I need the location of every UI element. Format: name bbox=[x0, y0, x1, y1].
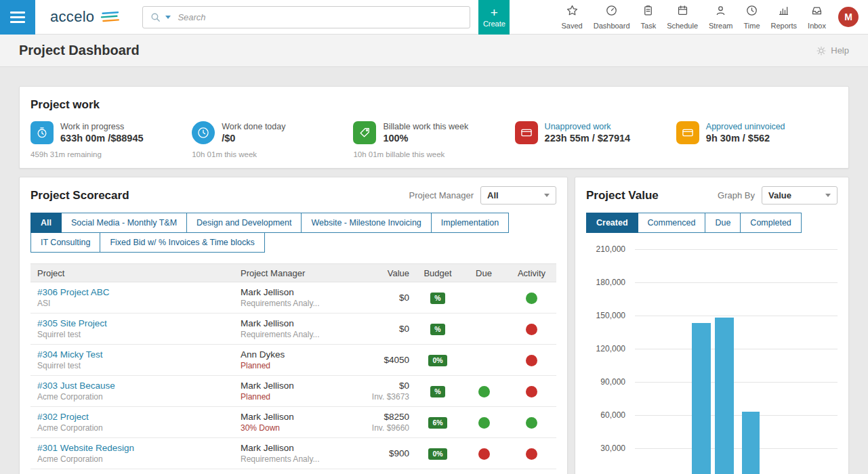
nav-item-label: Schedule bbox=[667, 22, 698, 30]
kpi-main: Unapproved work223h 55m / $27914 bbox=[515, 121, 676, 144]
nav-item-stream[interactable]: Stream bbox=[703, 0, 738, 35]
project-link[interactable]: #302 Project bbox=[37, 412, 234, 422]
value-tab-due[interactable]: Due bbox=[705, 213, 741, 233]
scorecard-title: Project Scorecard bbox=[30, 188, 129, 204]
budget-badge: % bbox=[430, 324, 445, 335]
scorecard-tab-fixed-bid-w-invoices-time-blocks[interactable]: Fixed Bid w/ % Invoices & Time blocks bbox=[100, 232, 264, 253]
project-link[interactable]: #304 Micky Test bbox=[37, 349, 234, 360]
column-header-project-manager[interactable]: Project Manager bbox=[234, 268, 352, 278]
manager-name: Mark Jellison bbox=[241, 287, 352, 297]
hamburger-menu-button[interactable] bbox=[0, 0, 35, 35]
kpi-text: Work in progress633h 00m /$88945 bbox=[60, 122, 144, 144]
table-row: #303 Just BecauseAcme CorporationMark Je… bbox=[30, 376, 556, 407]
chart-bar-2[interactable] bbox=[715, 318, 734, 474]
search-dropdown-chevron[interactable] bbox=[165, 16, 171, 19]
gridline bbox=[635, 382, 838, 383]
due-status-dot bbox=[478, 386, 490, 397]
nav-item-schedule[interactable]: Schedule bbox=[661, 0, 703, 35]
scorecard-tab-website-milestone-invoicing[interactable]: Website - Milestone Invoicing bbox=[301, 213, 431, 233]
search-input[interactable] bbox=[178, 12, 463, 22]
kpi-main: Work in progress633h 00m /$88945 bbox=[30, 121, 192, 144]
value-cell: $0Inv. $3673 bbox=[352, 381, 413, 402]
graph-by-select[interactable]: Value bbox=[762, 186, 838, 204]
value-tab-commenced[interactable]: Commenced bbox=[638, 213, 706, 233]
chart-bar-3[interactable] bbox=[742, 412, 760, 474]
project-link[interactable]: #306 Project ABC bbox=[37, 287, 234, 297]
scorecard-tab-design-and-development[interactable]: Design and Development bbox=[186, 213, 302, 233]
project-status: Planned bbox=[241, 392, 352, 402]
project-link[interactable]: #303 Just Because bbox=[37, 381, 234, 391]
main-content: Project work Work in progress633h 00m /$… bbox=[0, 67, 868, 474]
search-icon[interactable] bbox=[150, 12, 161, 23]
nav-item-label: Inbox bbox=[808, 22, 826, 30]
graph-by-select-value: Value bbox=[768, 190, 791, 200]
create-button-label: Create bbox=[483, 20, 505, 28]
manager-name: Mark Jellison bbox=[241, 443, 352, 453]
help-button[interactable]: Help bbox=[816, 45, 849, 56]
avatar[interactable]: M bbox=[838, 7, 859, 27]
project-link[interactable]: #305 Site Project bbox=[37, 318, 234, 328]
chart-bar-1[interactable] bbox=[692, 323, 711, 474]
nav-item-time[interactable]: Time bbox=[739, 0, 766, 35]
column-header-value[interactable]: Value bbox=[352, 268, 413, 278]
table-row: #305 Site ProjectSquirrel testMark Jelli… bbox=[30, 314, 556, 345]
accelo-logo-text: accelo bbox=[50, 8, 94, 26]
scorecard-tab-it-consulting[interactable]: IT Consulting bbox=[30, 232, 100, 253]
project-manager-select[interactable]: All bbox=[480, 186, 556, 204]
gridline bbox=[635, 316, 838, 316]
project-link[interactable]: #301 Website Redesign bbox=[37, 443, 234, 453]
due-status-dot bbox=[478, 417, 490, 429]
project-work-card: Project work Work in progress633h 00m /$… bbox=[19, 86, 849, 169]
nav-item-task[interactable]: Task bbox=[636, 0, 662, 35]
accelo-logo-icon bbox=[99, 9, 121, 25]
accelo-logo[interactable]: accelo bbox=[50, 8, 121, 26]
nav-item-reports[interactable]: Reports bbox=[766, 0, 803, 35]
kpi-main: Approved uninvoiced9h 30m / $562 bbox=[676, 121, 838, 144]
kpi-label: Work in progress bbox=[60, 122, 144, 131]
project-status: Requirements Analy... bbox=[241, 299, 352, 308]
scorecard-tab-social-media-monthly-t-m[interactable]: Social Media - Monthly T&M bbox=[61, 213, 187, 233]
scorecard-tab-all[interactable]: All bbox=[30, 213, 62, 233]
column-header-project[interactable]: Project bbox=[30, 268, 234, 278]
project-value-amount: $4050 bbox=[352, 355, 409, 365]
kpi-text: Unapproved work223h 55m / $27914 bbox=[545, 122, 631, 144]
budget-badge: 0% bbox=[428, 355, 447, 366]
value-tab-completed[interactable]: Completed bbox=[740, 213, 801, 233]
budget-badge: 6% bbox=[428, 417, 447, 429]
manager-name: Ann Dykes bbox=[241, 349, 352, 360]
gridline bbox=[635, 448, 838, 449]
kpi-approved-uninvoiced: Approved uninvoiced9h 30m / $562 bbox=[676, 121, 838, 158]
column-header-budget[interactable]: Budget bbox=[413, 268, 462, 278]
nav-item-dashboard[interactable]: Dashboard bbox=[588, 0, 636, 35]
budget-cell: 0% bbox=[413, 353, 462, 366]
manager-cell: Ann DykesPlanned bbox=[234, 349, 352, 370]
value-tab-created[interactable]: Created bbox=[586, 213, 638, 233]
project-value-header: Project Value Graph By Value bbox=[586, 186, 838, 204]
gauge-icon bbox=[605, 4, 618, 20]
project-status: Planned bbox=[241, 361, 352, 370]
graph-by-filter: Graph By Value bbox=[718, 186, 838, 204]
chevron-down-icon bbox=[544, 194, 550, 197]
activity-status-dot bbox=[526, 448, 537, 460]
nav-item-saved[interactable]: Saved bbox=[556, 0, 588, 35]
create-button[interactable]: + Create bbox=[478, 0, 510, 35]
nav-item-inbox[interactable]: Inbox bbox=[802, 0, 831, 35]
activity-cell bbox=[505, 385, 558, 397]
project-value-amount: $0 bbox=[352, 293, 409, 303]
tag-icon bbox=[353, 121, 376, 144]
kpi-value: 633h 00m /$88945 bbox=[60, 133, 144, 144]
bar-chart-icon bbox=[777, 4, 790, 20]
value-cell: $8250Inv. $9660 bbox=[352, 412, 413, 433]
budget-badge: % bbox=[430, 293, 445, 304]
column-header-due[interactable]: Due bbox=[462, 268, 505, 278]
activity-cell bbox=[505, 447, 558, 459]
kpi-text: Work done today/$0 bbox=[222, 122, 285, 144]
scorecard-tab-implementation[interactable]: Implementation bbox=[431, 213, 509, 233]
kpi-label[interactable]: Unapproved work bbox=[545, 122, 631, 131]
clock-icon bbox=[745, 4, 758, 20]
kpi-label[interactable]: Approved uninvoiced bbox=[706, 122, 785, 131]
due-cell bbox=[462, 385, 505, 397]
column-header-activity[interactable]: Activity bbox=[505, 268, 558, 278]
gridline bbox=[635, 249, 838, 250]
scorecard-table: ProjectProject ManagerValueBudgetDueActi… bbox=[30, 263, 556, 469]
